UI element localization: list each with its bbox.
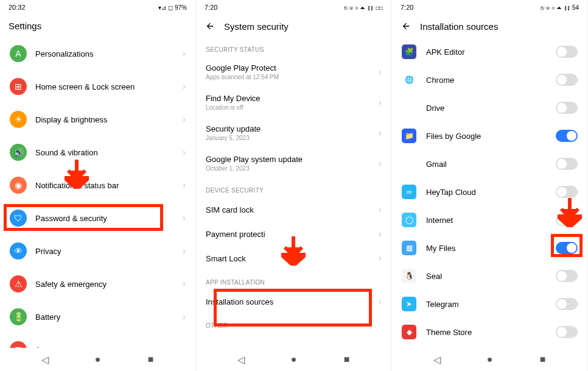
item-text: Sound & vibration — [35, 148, 178, 157]
security-item-find-my-device[interactable]: Find My Device Location is off › — [196, 87, 391, 118]
nav-back[interactable]: ◁ — [236, 354, 247, 365]
security-item-sim-card-lock[interactable]: SIM card lock › — [196, 197, 391, 222]
item-label: Chrome — [426, 76, 556, 85]
item-text: Password & security — [35, 214, 178, 223]
app-icon: ◆ — [402, 325, 416, 339]
item-icon: ⊞ — [10, 341, 27, 348]
section-header: SECURITY STATUS — [196, 38, 391, 57]
item-label: APK Editor — [426, 48, 556, 57]
settings-item-home-screen-lock-screen[interactable]: ⊞ Home screen & Lock screen › — [0, 70, 195, 103]
toggle-telegram[interactable] — [556, 298, 578, 310]
item-label: Display & brightness — [35, 115, 178, 124]
settings-item-display-brightness[interactable]: ☀ Display & brightness › — [0, 103, 195, 136]
nav-recent[interactable]: ■ — [145, 354, 156, 365]
nav-back[interactable]: ◁ — [432, 354, 443, 365]
item-text: Safety & emergency — [35, 280, 178, 289]
toggle-apk-editor[interactable] — [556, 46, 578, 58]
chevron-right-icon: › — [183, 48, 186, 59]
settings-item-battery[interactable]: 🔋 Battery › — [0, 300, 195, 333]
chevron-right-icon: › — [183, 246, 186, 256]
item-text: Seal — [426, 272, 556, 281]
item-text: Smart Lock — [206, 254, 374, 263]
item-text: Files by Google — [426, 132, 556, 141]
item-icon: 🔊 — [10, 144, 27, 161]
item-text: Apps — [35, 345, 178, 348]
item-text: Google Play Protect Apps scanned at 12:5… — [206, 63, 374, 80]
item-icon: ⚠ — [10, 275, 27, 292]
item-label: Google Play Protect — [206, 63, 374, 72]
source-item-heytap-cloud: ∞ HeyTap Cloud — [392, 178, 587, 206]
settings-item-notification-status-bar[interactable]: ◉ Notification & status bar › — [0, 169, 195, 202]
toggle-theme-store[interactable] — [556, 326, 578, 338]
status-time: 7:20 — [401, 4, 413, 11]
status-time: 7:20 — [205, 4, 217, 11]
item-text: Internet — [426, 216, 556, 225]
item-label: Password & security — [35, 214, 178, 223]
nav-home[interactable]: ● — [93, 354, 103, 365]
item-label: My Files — [426, 244, 556, 253]
back-icon[interactable] — [205, 21, 215, 32]
item-text: Installation sources — [206, 297, 374, 306]
item-text: SIM card lock — [206, 205, 374, 214]
item-icon: ◉ — [10, 177, 27, 194]
security-list: SECURITY STATUS Google Play Protect Apps… — [196, 38, 391, 348]
item-text: Gmail — [426, 160, 556, 169]
item-label: Home screen & Lock screen — [35, 82, 178, 91]
toggle-drive[interactable] — [556, 102, 578, 114]
chevron-right-icon: › — [183, 311, 186, 322]
section-header: APP INSTALLATION — [196, 270, 391, 289]
nav-home[interactable]: ● — [289, 354, 299, 365]
source-item-internet: ◯ Internet — [392, 206, 587, 234]
toggle-seal[interactable] — [556, 270, 578, 282]
item-label: HeyTap Cloud — [426, 188, 556, 197]
item-label: Theme Store — [426, 328, 556, 337]
security-item-smart-lock[interactable]: Smart Lock › — [196, 246, 391, 270]
settings-item-apps[interactable]: ⊞ Apps › — [0, 333, 195, 348]
item-label: Google Play system update — [206, 155, 374, 164]
item-text: APK Editor — [426, 48, 556, 57]
nav-recent[interactable]: ■ — [341, 354, 352, 365]
chevron-right-icon: › — [379, 296, 382, 307]
app-icon: 📁 — [402, 129, 416, 143]
source-item-drive: ▲ Drive — [392, 94, 587, 122]
source-item-seal: 🐧 Seal — [392, 262, 587, 290]
item-label: Gmail — [426, 160, 556, 169]
nav-home[interactable]: ● — [485, 354, 495, 365]
security-item-google-play-protect[interactable]: Google Play Protect Apps scanned at 12:5… — [196, 57, 391, 87]
nav-bar: ◁ ● ■ — [0, 348, 195, 371]
settings-item-privacy[interactable]: 👁 Privacy › — [0, 235, 195, 267]
app-icon: ▦ — [402, 241, 416, 255]
app-icon: ∞ — [402, 185, 416, 199]
item-text: HeyTap Cloud — [426, 188, 556, 197]
phone-settings: 20:32 ▾⊿ ◻ 97% Settings A Personalizatio… — [0, 0, 196, 371]
item-sub: October 1, 2023 — [206, 165, 374, 172]
item-text: Drive — [426, 104, 556, 113]
settings-item-safety-emergency[interactable]: ⚠ Safety & emergency › — [0, 267, 195, 300]
item-text: My Files — [426, 244, 556, 253]
security-item-security-update[interactable]: Security update January 5, 2023 › — [196, 118, 391, 148]
chevron-right-icon: › — [183, 147, 186, 158]
back-icon[interactable] — [401, 21, 411, 32]
settings-item-password-security[interactable]: 🛡 Password & security › — [0, 202, 195, 235]
settings-item-personalizations[interactable]: A Personalizations › — [0, 37, 195, 70]
security-item-installation-sources[interactable]: Installation sources › — [196, 289, 391, 314]
page-title: System security — [224, 21, 289, 32]
item-label: Internet — [426, 216, 556, 225]
nav-recent[interactable]: ■ — [537, 354, 548, 365]
toggle-gmail[interactable] — [556, 158, 578, 170]
app-icon: 🐧 — [402, 269, 416, 283]
toggle-my-files[interactable] — [556, 242, 578, 254]
status-time: 20:32 — [9, 4, 26, 11]
item-label: Seal — [426, 272, 556, 281]
security-item-google-play-system-update[interactable]: Google Play system update October 1, 202… — [196, 148, 391, 178]
toggle-heytap-cloud[interactable] — [556, 186, 578, 198]
toggle-chrome[interactable] — [556, 74, 578, 86]
toggle-internet[interactable] — [556, 214, 578, 226]
page-title: Installation sources — [420, 21, 498, 32]
app-icon: ▲ — [402, 101, 416, 115]
settings-item-sound-vibration[interactable]: 🔊 Sound & vibration › — [0, 136, 195, 169]
toggle-files-by-google[interactable] — [556, 130, 578, 142]
security-item-payment-protecti[interactable]: Payment protecti › — [196, 222, 391, 246]
app-icon: 🌐 — [402, 72, 416, 87]
nav-back[interactable]: ◁ — [40, 354, 51, 365]
